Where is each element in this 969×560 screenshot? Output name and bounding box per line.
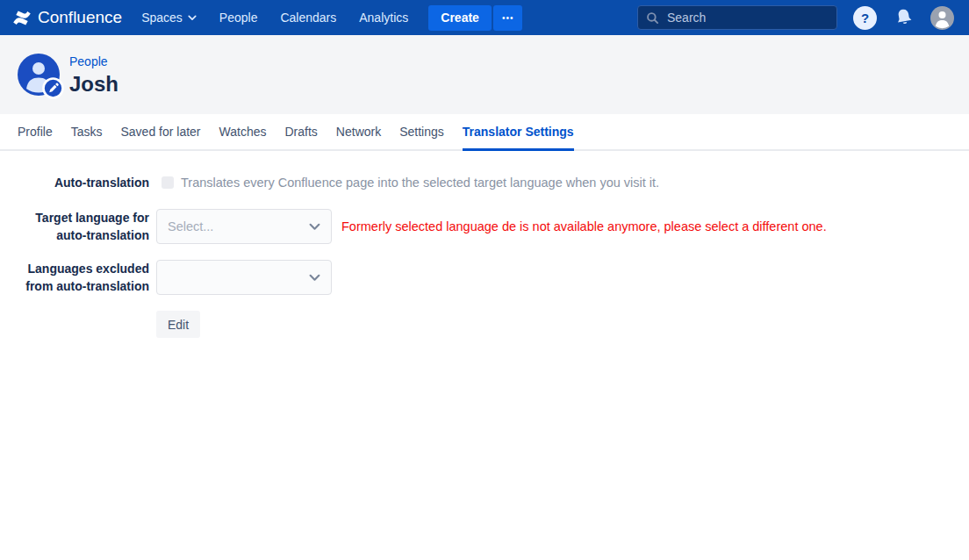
nav-item-spaces[interactable]: Spaces <box>141 11 197 25</box>
nav-item-label: Analytics <box>359 11 408 25</box>
excluded-languages-label: Languages excluded from auto-translation <box>0 260 149 295</box>
edit-avatar-badge-icon[interactable] <box>42 77 64 99</box>
user-menu-button[interactable] <box>930 6 954 30</box>
auto-translation-checkbox[interactable] <box>162 176 174 189</box>
chevron-down-icon <box>188 15 197 21</box>
target-language-label-line1: Target language for <box>0 209 149 226</box>
nav-item-label: Spaces <box>141 11 183 25</box>
target-language-select[interactable]: Select... <box>156 209 332 244</box>
profile-tab-bar: Profile Tasks Saved for later Watches Dr… <box>0 114 969 151</box>
tab-tasks[interactable]: Tasks <box>71 114 103 149</box>
search-input[interactable] <box>667 11 829 25</box>
form-actions: Edit <box>156 311 969 338</box>
brand-name: Confluence <box>38 8 122 27</box>
target-language-control: Select... Formerly selected language de … <box>156 209 969 244</box>
more-options-button[interactable]: ••• <box>493 5 523 31</box>
language-unavailable-error: Formerly selected language de is not ava… <box>341 219 827 233</box>
header-text: People Josh <box>69 54 118 97</box>
nav-icon-group: ? <box>853 6 954 30</box>
excluded-languages-row: Languages excluded from auto-translation <box>0 260 969 295</box>
translator-settings-form: Auto-translation Translates every Conflu… <box>0 151 969 338</box>
auto-translation-row: Auto-translation Translates every Conflu… <box>0 174 969 191</box>
tab-watches[interactable]: Watches <box>219 114 267 149</box>
target-language-label-line2: auto-translation <box>0 226 149 244</box>
bell-icon <box>892 5 916 30</box>
target-language-label: Target language for auto-translation <box>0 209 149 244</box>
profile-avatar[interactable] <box>18 54 60 96</box>
excluded-languages-select[interactable] <box>156 260 332 295</box>
nav-item-label: People <box>219 11 258 25</box>
nav-item-people[interactable]: People <box>219 11 258 25</box>
ellipsis-icon: ••• <box>502 13 514 23</box>
tab-drafts[interactable]: Drafts <box>285 114 318 149</box>
chevron-down-icon <box>309 274 320 282</box>
breadcrumb-people-link[interactable]: People <box>69 54 108 68</box>
create-button[interactable]: Create <box>428 5 492 31</box>
notifications-button[interactable] <box>892 6 915 30</box>
auto-translation-label: Auto-translation <box>0 174 149 191</box>
confluence-logo[interactable]: Confluence <box>12 8 122 27</box>
chevron-down-icon <box>309 223 320 231</box>
excluded-languages-label-line2: from auto-translation <box>0 277 149 295</box>
excluded-languages-control <box>156 260 969 295</box>
tab-network[interactable]: Network <box>336 114 381 149</box>
auto-translation-control: Translates every Confluence page into th… <box>156 176 969 190</box>
form-actions-row: Edit <box>0 311 969 338</box>
top-navigation: Confluence Spaces People Calendars Analy… <box>0 0 969 35</box>
profile-header: People Josh <box>0 35 969 114</box>
tab-saved-for-later[interactable]: Saved for later <box>120 114 200 149</box>
help-button[interactable]: ? <box>853 6 877 30</box>
nav-item-label: Calendars <box>280 11 336 25</box>
nav-item-analytics[interactable]: Analytics <box>359 11 408 25</box>
user-avatar-icon <box>930 6 954 30</box>
select-placeholder: Select... <box>168 219 213 233</box>
confluence-logo-icon <box>12 11 32 25</box>
tab-translator-settings[interactable]: Translator Settings <box>463 114 574 149</box>
tab-settings[interactable]: Settings <box>399 114 444 149</box>
edit-button[interactable]: Edit <box>156 311 200 338</box>
auto-translation-description: Translates every Confluence page into th… <box>181 176 659 190</box>
excluded-languages-label-line1: Languages excluded <box>0 260 149 277</box>
question-mark-icon: ? <box>861 11 869 25</box>
tab-profile[interactable]: Profile <box>18 114 53 149</box>
primary-nav: Spaces People Calendars Analytics <box>141 11 408 25</box>
nav-item-calendars[interactable]: Calendars <box>280 11 336 25</box>
search-box[interactable] <box>637 5 837 30</box>
target-language-row: Target language for auto-translation Sel… <box>0 209 969 244</box>
search-icon <box>646 11 659 25</box>
page-title: Josh <box>69 72 118 97</box>
